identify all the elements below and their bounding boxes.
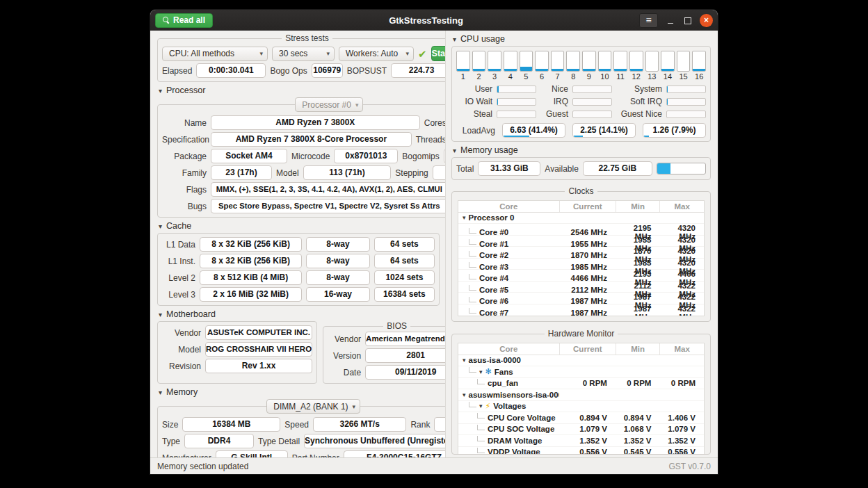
cache-sets-field[interactable]: 1024 sets: [374, 270, 435, 285]
hwmon-sensor-row[interactable]: cpu_fan 0 RPM 0 RPM 0 RPM: [458, 378, 704, 390]
meter-label: Guest: [540, 109, 568, 119]
bios-date-label: Date: [328, 368, 361, 377]
cpu-usage-expander[interactable]: ▾ CPU usage: [453, 34, 711, 44]
cache-size-field[interactable]: 8 x 32 KiB (256 KiB): [200, 254, 302, 268]
titlebar: Read all GtkStressTesting ≡ ×: [150, 10, 718, 31]
clocks-table: Core Current Min Max ▾Processor 0 Core #…: [458, 200, 705, 316]
hardware-monitor-table: Core Current Min Max ▾asus-isa-0000 ▾✻Fa…: [458, 343, 705, 455]
hwmon-chip-row[interactable]: ▾asuswmisensors-isa-0000: [458, 389, 704, 401]
bogo-ops-field[interactable]: 106979: [312, 63, 343, 78]
bios-date-field[interactable]: 09/11/2019: [365, 365, 445, 380]
cache-ways-field[interactable]: 8-way: [306, 270, 370, 285]
hwmon-sensor-row[interactable]: DRAM Voltage 1.352 V 1.352 V 1.352 V: [458, 435, 704, 447]
model-field[interactable]: 113 (71h): [303, 165, 392, 180]
clock-row[interactable]: Core #0 2546 MHz 2195 MHz 4320 MHz: [458, 224, 704, 236]
clock-row[interactable]: Core #5 2112 MHz 2112 MHz 4322 MHz: [458, 282, 704, 293]
hwmon-voltages-group-row[interactable]: ▾⚡Voltages: [458, 401, 704, 413]
loadavg-15min-field[interactable]: 1.26 (7.9%): [643, 123, 706, 138]
user-meter: [497, 86, 536, 93]
mem-size-field[interactable]: 16384 MB: [182, 417, 280, 432]
clock-row[interactable]: Core #2 1870 MHz 1870 MHz 4320 MHz: [458, 247, 704, 259]
softirq-meter: [666, 98, 706, 106]
cpu-name-field[interactable]: AMD Ryzen 7 3800X: [211, 115, 420, 130]
hwmon-fans-group-row[interactable]: ▾✻Fans: [458, 366, 704, 378]
memory-usage-expander[interactable]: ▾ Memory usage: [453, 145, 711, 155]
board-model-field[interactable]: ROG CROSSHAIR VII HERO: [205, 342, 312, 357]
hwmon-header-current[interactable]: Current: [559, 343, 616, 355]
cache-sets-field[interactable]: 64 sets: [374, 237, 435, 252]
microcode-field[interactable]: 0x8701013: [334, 149, 398, 163]
cpu-core-bar: 2: [472, 51, 486, 81]
board-vendor-field[interactable]: ASUSTeK COMPUTER INC.: [205, 325, 312, 340]
elapsed-field[interactable]: 0:00:30.041: [196, 63, 266, 78]
specification-field[interactable]: AMD Ryzen 7 3800X 8-Core Processor: [211, 132, 412, 147]
cache-size-field[interactable]: 8 x 512 KiB (4 MiB): [200, 270, 302, 285]
cache-expander[interactable]: ▾ Cache: [159, 221, 440, 231]
clock-row[interactable]: Core #6 1987 MHz 1987 MHz 4322 MHz: [458, 293, 704, 304]
hwmon-header-max[interactable]: Max: [659, 343, 704, 355]
duration-select[interactable]: 30 secs ▾: [272, 47, 335, 61]
clock-row[interactable]: Core #1 1955 MHz 1955 MHz 4320 MHz: [458, 236, 704, 247]
minimize-button[interactable]: [666, 14, 675, 26]
hwmon-header-min[interactable]: Min: [616, 343, 660, 355]
motherboard-expander[interactable]: ▾ Motherboard: [159, 309, 440, 319]
cache-ways-field[interactable]: 8-way: [306, 254, 370, 268]
mem-total-field[interactable]: 31.33 GiB: [478, 161, 540, 176]
clocks-header-min[interactable]: Min: [616, 201, 660, 212]
hwmon-header-core[interactable]: Core: [458, 345, 559, 353]
mem-part-number-field[interactable]: F4-3000C15-16GTZ: [344, 450, 445, 457]
loadavg-5min-field[interactable]: 2.25 (14.1%): [572, 123, 636, 138]
tree-expander-icon: ▾: [463, 214, 466, 221]
close-button[interactable]: ×: [700, 14, 713, 27]
clock-row[interactable]: Core #3 1985 MHz 1985 MHz 4320 MHz: [458, 259, 704, 270]
maximize-button[interactable]: [683, 14, 691, 26]
workers-select[interactable]: Workers: Auto ▾: [339, 47, 414, 61]
flags-field[interactable]: MMX, (+), SSE(1, 2, 3, 3S, 4.1, 4.2, 4A)…: [211, 182, 445, 197]
mem-rank-field[interactable]: 2: [434, 417, 445, 432]
cache-size-field[interactable]: 2 x 16 MiB (32 MiB): [200, 287, 302, 302]
processor-expander[interactable]: ▾ Processor: [159, 86, 440, 95]
mem-speed-field[interactable]: 3266 MT/s: [313, 417, 406, 432]
hwmon-sensor-row[interactable]: VDDP Voltage 0.556 V 0.545 V 0.556 V: [458, 447, 704, 455]
clocks-header-max[interactable]: Max: [659, 201, 704, 212]
memory-expander[interactable]: ▾ Memory: [159, 387, 440, 397]
bopsust-field[interactable]: 224.73: [391, 63, 445, 78]
mem-speed-label: Speed: [284, 420, 309, 430]
cache-sets-field[interactable]: 16384 sets: [374, 287, 435, 302]
bios-version-field[interactable]: 2801: [365, 348, 445, 363]
bugs-field[interactable]: Spec Store Bypass, Spectre V1, Spectre V…: [211, 199, 445, 213]
stepping-field[interactable]: 0 (0h): [433, 165, 445, 180]
bios-vendor-field[interactable]: American Megatrends Inc.: [365, 332, 445, 346]
hwmon-chip-row[interactable]: ▾asus-isa-0000: [458, 355, 704, 367]
cache-sets-field[interactable]: 64 sets: [374, 254, 435, 268]
mem-total-label: Total: [456, 164, 474, 174]
clocks-group-row[interactable]: ▾Processor 0: [458, 213, 704, 225]
clocks-header-core[interactable]: Core: [458, 202, 559, 211]
cache-ways-field[interactable]: 8-way: [306, 237, 370, 252]
mem-available-field[interactable]: 22.75 GiB: [583, 161, 652, 176]
read-all-button[interactable]: Read all: [155, 13, 213, 28]
processor-select[interactable]: Processor #0 ▾: [295, 97, 363, 112]
family-field[interactable]: 23 (17h): [211, 165, 272, 180]
stressor-select[interactable]: CPU: All methods ▾: [162, 47, 268, 61]
menu-button[interactable]: ≡: [639, 13, 658, 28]
clock-row[interactable]: Core #7 1987 MHz 1987 MHz 4322 MHz: [458, 304, 704, 316]
mem-type-field[interactable]: DDR4: [184, 434, 254, 448]
expander-arrow-icon: ▾: [159, 311, 162, 318]
mem-manufacturer-field[interactable]: G Skill Intl: [216, 450, 288, 457]
hwmon-sensor-row[interactable]: CPU SOC Voltage 1.079 V 1.068 V 1.079 V: [458, 424, 704, 436]
board-revision-field[interactable]: Rev 1.xx: [205, 359, 312, 373]
chevron-down-icon: ▾: [326, 50, 330, 57]
dimm-select[interactable]: DIMM_A2 (BANK 1) ▾: [266, 399, 360, 414]
mem-type-detail-field[interactable]: Synchronous Unbuffered (Unregistered): [304, 434, 445, 448]
hwmon-sensor-row[interactable]: CPU Core Voltage 0.894 V 0.894 V 1.406 V: [458, 412, 704, 424]
cache-ways-field[interactable]: 16-way: [306, 287, 370, 302]
loadavg-1min-field[interactable]: 6.63 (41.4%): [502, 123, 565, 138]
cache-row-label: Level 2: [162, 273, 195, 283]
package-field[interactable]: Socket AM4: [211, 149, 287, 163]
clocks-header-current[interactable]: Current: [559, 201, 616, 212]
clock-row[interactable]: Core #4 4466 MHz 2193 MHz 4466 MHz: [458, 270, 704, 282]
cache-size-field[interactable]: 8 x 32 KiB (256 KiB): [200, 237, 302, 252]
start-button[interactable]: Start: [431, 46, 445, 61]
cache-row-label: L1 Data: [162, 240, 195, 250]
